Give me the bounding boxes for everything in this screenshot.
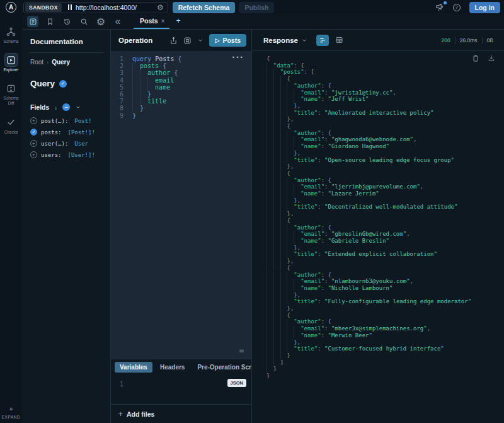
expand-chevrons-icon: » (9, 405, 13, 412)
operation-tab-posts[interactable]: Posts × (134, 17, 169, 29)
code-line: }, (266, 103, 504, 110)
variables-editor[interactable]: 1 JSON (111, 375, 251, 404)
breadcrumb: Root › Query (30, 59, 104, 66)
top-bar: A SANDBOX http://localhost:4000/ ⚙ Refet… (0, 0, 504, 14)
field-circle-plus-icon (30, 140, 37, 147)
breadcrumb-root[interactable]: Root (30, 59, 43, 66)
code-line: posts { (132, 62, 181, 69)
operation-panel: Operation (111, 30, 252, 423)
pretty-view-icon[interactable] (316, 35, 329, 46)
fields-chevron-down-icon[interactable] (75, 104, 81, 110)
search-icon[interactable] (78, 16, 89, 27)
field-item[interactable]: ✓posts:[Post!]! (30, 129, 104, 136)
settings-gear-icon[interactable]: ⚙ (95, 16, 106, 27)
pause-icon[interactable] (68, 4, 72, 10)
endpoint-settings-gear-icon[interactable]: ⚙ (157, 4, 164, 11)
editor-menu-dots-icon[interactable]: ••• (232, 54, 244, 61)
notification-dot (444, 1, 447, 4)
new-tab-button[interactable]: + (169, 16, 186, 29)
endpoint-url[interactable]: http://localhost:4000/ (76, 4, 153, 11)
copy-response-icon[interactable] (472, 54, 479, 62)
code-line: "title": "Ameliorated interactive policy… (266, 110, 504, 117)
code-line: "name": "Gabriele Breslin" (266, 238, 504, 245)
rail-item-checks[interactable]: Checks (4, 116, 18, 135)
code-line: } (266, 366, 504, 373)
json-mode-badge: JSON (227, 379, 246, 387)
field-check-icon: ✓ (30, 129, 37, 136)
rail-item-schema-diff[interactable]: Schema Diff (0, 82, 22, 106)
code-line: "name": "Lazare Jerrim" (266, 190, 504, 197)
add-files-button[interactable]: + Add files (111, 404, 251, 423)
field-item[interactable]: users:[User!]! (30, 151, 104, 158)
endpoint-bar[interactable]: SANDBOX http://localhost:4000/ ⚙ (23, 2, 168, 13)
share-icon[interactable] (169, 37, 178, 45)
download-response-icon[interactable] (488, 54, 495, 62)
code-line: "email": "jwrista1@tiny.cc", (266, 90, 504, 96)
operation-editor-icon[interactable] (27, 16, 38, 27)
login-button[interactable]: Log in (469, 2, 501, 13)
status-code: 200 (437, 37, 455, 43)
expand-rail-button[interactable]: » EXPAND (2, 405, 21, 423)
tab-headers[interactable]: Headers (155, 362, 190, 373)
code-line: }, (266, 339, 504, 346)
code-line: "name": "Merwin Beer" (266, 332, 504, 339)
operation-title: Operation (118, 37, 152, 44)
code-line: }, (266, 116, 504, 123)
code-line: "email": "gbreslin6b@wired.com", (266, 231, 504, 238)
rail-item-schema[interactable]: Schema (4, 25, 19, 44)
field-item[interactable]: user(…):User (30, 140, 104, 147)
type-check-icon: ✓ (59, 80, 67, 88)
publish-button[interactable]: Publish (239, 2, 274, 13)
code-line: email (132, 77, 181, 84)
save-chevron-down-icon[interactable] (197, 37, 203, 43)
history-icon[interactable] (61, 16, 72, 27)
code-line: "name": "Jeff Wrist" (266, 96, 504, 103)
refetch-schema-button[interactable]: Refetch Schema (173, 2, 236, 13)
code-line: }, (266, 245, 504, 252)
editor-code: query Posts {posts {author {emailname}ti… (123, 55, 181, 119)
query-editor[interactable]: 123456789 query Posts {posts {author {em… (111, 51, 251, 359)
close-tab-icon[interactable]: × (161, 18, 165, 25)
documentation-panel: Documentation Root › Query Query ✓ Field… (22, 30, 111, 423)
apollo-logo[interactable]: A (0, 2, 22, 13)
code-line: "title": "Customer-focused hybrid interf… (266, 345, 504, 352)
left-rail: Schema Explorer Schema D (0, 14, 22, 423)
filter-minus-icon[interactable]: – (62, 103, 70, 111)
apollo-sandbox-app: A SANDBOX http://localhost:4000/ ⚙ Refet… (0, 0, 504, 423)
keyboard-shortcuts-icon[interactable]: ⌨ (239, 348, 244, 355)
code-line: name (132, 84, 181, 91)
collapse-panel-icon[interactable]: « (112, 16, 123, 27)
explorer-play-icon (5, 54, 18, 66)
code-line: { (266, 170, 504, 177)
code-line: "name": "Nicholle Lambourn" (266, 285, 504, 292)
save-to-collection-icon[interactable] (183, 37, 192, 45)
response-title-dropdown[interactable]: Response (263, 37, 307, 44)
code-line: "name": "Giordano Hagwood" (266, 143, 504, 150)
code-line: }, (266, 292, 504, 299)
rail-item-explorer[interactable]: Explorer (3, 54, 18, 72)
code-line: "author": { (266, 318, 504, 325)
documentation-title: Documentation (30, 38, 104, 45)
type-title: Query (30, 79, 55, 88)
tab-pre-operation-script[interactable]: Pre-Operation Script (192, 362, 251, 373)
field-circle-plus-icon (30, 117, 37, 124)
sort-arrow-down-icon[interactable]: ↓ (54, 104, 57, 111)
table-view-icon[interactable] (333, 35, 346, 46)
saved-operations-bookmark-icon[interactable] (44, 16, 55, 27)
variables-line-number: 1 (120, 381, 123, 388)
help-icon[interactable]: ? (453, 4, 461, 11)
code-line: }, (266, 150, 504, 157)
explorer-toolbar: ⚙ « Posts × + (22, 14, 504, 30)
tab-variables[interactable]: Variables (115, 362, 152, 373)
code-line: "author": { (266, 130, 504, 137)
response-stats: 200 26.0ms 0B (437, 37, 498, 43)
response-json-view[interactable]: {"data": {"posts": [{"author": {"email":… (252, 51, 504, 423)
code-line: "title": "Open-source leading edge focus… (266, 157, 504, 164)
announcements-megaphone-icon[interactable] (435, 3, 444, 11)
run-operation-button[interactable]: ▷ Posts (209, 34, 246, 47)
breadcrumb-current: Query (52, 59, 70, 66)
response-header: Response (252, 30, 504, 51)
field-item[interactable]: post(…):Post! (30, 117, 104, 124)
code-line: "email": "ghagwooda6@webnode.com", (266, 136, 504, 143)
response-time: 26.0ms (455, 37, 482, 43)
